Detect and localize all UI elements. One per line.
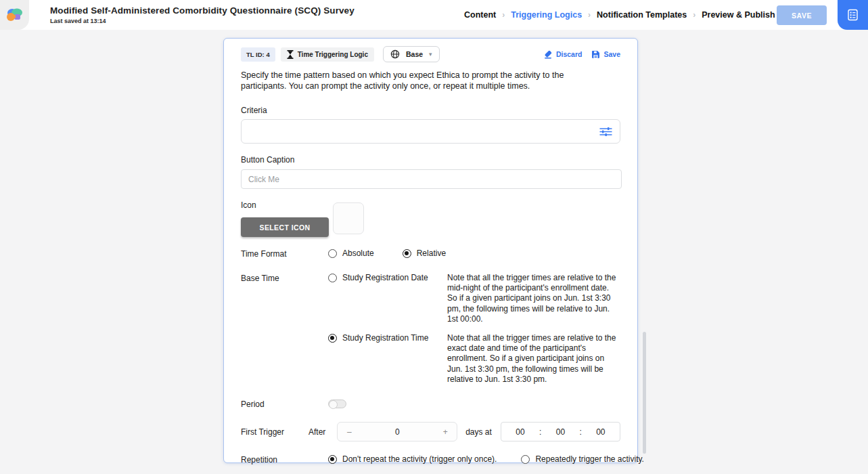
globe-icon xyxy=(390,49,400,59)
type-badge-label: Time Triggering Logic xyxy=(298,51,368,58)
radio-no-repeat-label: Don't repeat the activity (trigger only … xyxy=(342,454,497,464)
toggle-knob xyxy=(329,400,338,409)
radio-absolute[interactable] xyxy=(328,249,337,258)
variant-select[interactable]: Base ▾ xyxy=(383,46,440,62)
time-separator: : xyxy=(579,427,581,437)
card-description: Specify the time pattern based on which … xyxy=(241,70,610,91)
variant-select-value: Base xyxy=(406,50,423,58)
page-title: Modified Self-Administered Comorbidity Q… xyxy=(50,5,355,16)
icon-preview-box xyxy=(333,202,364,234)
radio-option-registration-time[interactable]: Study Registration Time xyxy=(328,333,447,343)
icon-label: Icon xyxy=(241,200,329,210)
button-caption-input[interactable] xyxy=(241,169,622,189)
base-time-row: Base Time Study Registration Date Note t… xyxy=(241,273,620,324)
radio-registration-time-label: Study Registration Time xyxy=(342,333,428,343)
radio-registration-time[interactable] xyxy=(328,334,337,343)
base-time-label: Base Time xyxy=(241,273,328,283)
radio-relative[interactable] xyxy=(403,249,411,258)
eraser-icon xyxy=(543,50,553,59)
select-icon-button[interactable]: SELECT ICON xyxy=(241,217,329,237)
discard-button[interactable]: Discard xyxy=(543,50,583,59)
first-trigger-row: First Trigger After – 0 + days at 00 : 0… xyxy=(241,422,620,441)
criteria-input[interactable] xyxy=(241,119,620,144)
chevron-down-icon: ▾ xyxy=(429,51,432,58)
repetition-label: Repetition xyxy=(241,454,328,465)
triggering-logic-card: TL ID: 4 Time Triggering Logic B xyxy=(223,38,638,463)
card-actions: Discard Save xyxy=(543,50,620,59)
stepper-increment-button[interactable]: + xyxy=(441,427,449,437)
card-header: TL ID: 4 Time Triggering Logic B xyxy=(241,47,620,62)
period-row: Period xyxy=(241,399,620,409)
period-label: Period xyxy=(241,399,328,409)
chevron-right-icon: › xyxy=(693,10,695,20)
discard-label: Discard xyxy=(556,50,583,58)
stepper-nav: Content › Triggering Logics › Notificati… xyxy=(464,0,775,30)
radio-no-repeat[interactable] xyxy=(328,455,337,464)
hourglass-icon xyxy=(287,50,294,59)
time-separator: : xyxy=(539,427,541,437)
app-header: Modified Self-Administered Comorbidity Q… xyxy=(0,0,868,30)
seconds-field[interactable]: 00 xyxy=(593,427,609,437)
filter-sliders-icon[interactable] xyxy=(599,127,612,137)
nav-item-triggering-logics[interactable]: Triggering Logics xyxy=(511,10,582,20)
base-time-row-2: Study Registration Time Note that all th… xyxy=(241,333,620,385)
chevron-right-icon: › xyxy=(588,10,591,20)
save-card-label: Save xyxy=(603,50,620,58)
radio-option-relative[interactable]: Relative xyxy=(403,249,446,258)
radio-absolute-label: Absolute xyxy=(342,249,374,258)
last-saved-status: Last saved at 13:14 xyxy=(50,18,355,24)
hours-field[interactable]: 00 xyxy=(512,427,528,437)
period-toggle[interactable] xyxy=(328,400,346,408)
nav-item-preview-publish[interactable]: Preview & Publish xyxy=(702,10,775,20)
radio-registration-date[interactable] xyxy=(328,274,337,282)
radio-option-no-repeat[interactable]: Don't repeat the activity (trigger only … xyxy=(328,454,497,464)
save-card-button[interactable]: Save xyxy=(591,50,620,59)
radio-repeat-label: Repeatedly trigger the activity. xyxy=(535,454,644,464)
app-logo[interactable] xyxy=(0,0,29,30)
floppy-disk-icon xyxy=(591,50,600,59)
radio-option-registration-date[interactable]: Study Registration Date xyxy=(328,273,447,282)
radio-option-absolute[interactable]: Absolute xyxy=(328,249,374,258)
first-trigger-label: First Trigger xyxy=(241,427,309,437)
title-block: Modified Self-Administered Comorbidity Q… xyxy=(50,5,355,24)
radio-option-repeat[interactable]: Repeatedly trigger the activity. xyxy=(521,454,644,464)
type-badge: Time Triggering Logic xyxy=(281,47,374,62)
radio-registration-date-label: Study Registration Date xyxy=(342,273,428,282)
nav-item-content[interactable]: Content xyxy=(464,10,496,20)
checklist-icon xyxy=(847,9,859,21)
icon-section: Icon SELECT ICON xyxy=(241,200,620,237)
save-button[interactable]: SAVE xyxy=(777,5,827,25)
vertical-scrollbar[interactable] xyxy=(643,332,646,454)
repetition-row: Repetition Don't repeat the activity (tr… xyxy=(241,454,620,465)
chevron-right-icon: › xyxy=(502,10,505,20)
radio-relative-label: Relative xyxy=(417,249,446,258)
button-caption-label: Button Caption xyxy=(241,155,620,165)
registration-time-note: Note that all the trigger times are rela… xyxy=(447,333,620,385)
registration-date-note: Note that all the trigger times are rela… xyxy=(447,273,620,324)
after-label: After xyxy=(309,427,325,437)
radio-repeat[interactable] xyxy=(521,455,530,464)
stepper-decrement-button[interactable]: – xyxy=(345,427,353,437)
stepper-value[interactable]: 0 xyxy=(353,427,441,437)
time-format-label: Time Format xyxy=(241,249,328,259)
activity-list-button[interactable] xyxy=(838,0,868,30)
days-stepper: – 0 + xyxy=(337,422,457,441)
time-format-row: Time Format Absolute Relative xyxy=(241,249,620,259)
time-input[interactable]: 00 : 00 : 00 xyxy=(501,422,620,441)
brain-logo-icon xyxy=(5,7,24,22)
days-at-label: days at xyxy=(465,427,492,437)
nav-item-notification-templates[interactable]: Notification Templates xyxy=(597,10,687,20)
tl-id-badge: TL ID: 4 xyxy=(241,47,275,62)
minutes-field[interactable]: 00 xyxy=(552,427,568,437)
criteria-label: Criteria xyxy=(241,106,620,115)
